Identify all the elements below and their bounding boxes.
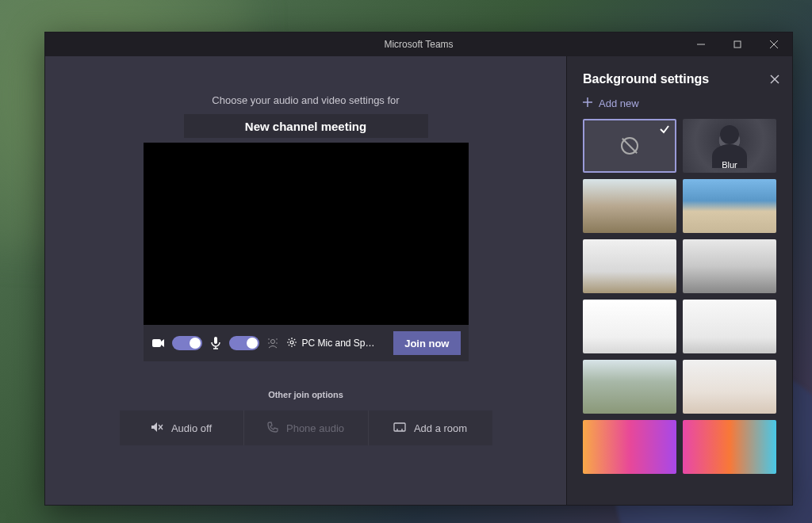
- svg-point-10: [276, 342, 278, 344]
- phone-audio-button: Phone audio: [244, 410, 369, 445]
- svg-rect-5: [214, 337, 217, 344]
- bg-option-image[interactable]: [683, 360, 776, 414]
- svg-rect-1: [734, 41, 741, 48]
- bg-option-image[interactable]: [683, 420, 776, 474]
- main-panel: Choose your audio and video settings for…: [45, 56, 566, 505]
- side-header: Background settings: [583, 72, 781, 86]
- phone-icon: [267, 422, 278, 435]
- svg-rect-14: [394, 423, 405, 431]
- add-room-button[interactable]: Add a room: [369, 410, 492, 445]
- minimize-button[interactable]: [683, 32, 719, 56]
- video-preview: [144, 143, 469, 325]
- join-button[interactable]: Join now: [393, 331, 460, 355]
- window-controls: [683, 32, 792, 56]
- audio-off-button[interactable]: Audio off: [120, 410, 244, 445]
- bg-option-image[interactable]: [683, 179, 776, 233]
- mic-toggle[interactable]: [229, 336, 259, 350]
- option-row: Audio off Phone audio Add a room: [120, 410, 492, 445]
- bg-option-image[interactable]: [583, 420, 676, 474]
- svg-point-8: [276, 338, 278, 340]
- side-panel-title: Background settings: [583, 72, 709, 86]
- meeting-title[interactable]: New channel meeting: [184, 114, 428, 138]
- svg-point-9: [268, 342, 270, 344]
- bg-option-image[interactable]: [583, 360, 676, 414]
- controls-bar: PC Mic and Sp… Join now: [144, 325, 469, 361]
- device-label-text: PC Mic and Sp…: [302, 338, 375, 349]
- none-icon: [621, 137, 638, 155]
- app-window: Microsoft Teams Choose your audio and vi…: [44, 32, 793, 506]
- add-new-label: Add new: [599, 97, 639, 109]
- check-icon: [659, 124, 670, 138]
- gear-icon: [286, 337, 297, 350]
- mic-icon: [209, 336, 223, 350]
- bg-effects-icon[interactable]: [266, 336, 280, 350]
- camera-toggle[interactable]: [172, 336, 202, 350]
- bg-option-image[interactable]: [583, 179, 676, 233]
- audio-off-label: Audio off: [171, 422, 212, 434]
- titlebar: Microsoft Teams: [45, 32, 792, 56]
- blur-label: Blur: [722, 160, 737, 170]
- bg-option-blur[interactable]: Blur: [683, 119, 776, 173]
- svg-rect-4: [152, 339, 161, 347]
- room-icon: [393, 422, 406, 434]
- other-options-label: Other join options: [268, 390, 343, 399]
- bg-option-image[interactable]: [583, 300, 676, 353]
- window-title: Microsoft Teams: [384, 39, 453, 50]
- bg-option-image[interactable]: [683, 300, 776, 353]
- maximize-button[interactable]: [719, 32, 756, 56]
- bg-option-image[interactable]: [683, 239, 776, 293]
- background-settings-panel: Background settings Add new: [566, 56, 792, 505]
- bg-option-image[interactable]: [583, 239, 676, 293]
- add-new-button[interactable]: Add new: [583, 97, 781, 109]
- svg-point-6: [270, 340, 274, 344]
- close-panel-button[interactable]: [768, 73, 781, 86]
- device-selector[interactable]: PC Mic and Sp…: [286, 337, 388, 350]
- plus-icon: [583, 97, 592, 109]
- prompt-text: Choose your audio and video settings for: [212, 94, 399, 106]
- speaker-off-icon: [151, 422, 163, 435]
- close-button[interactable]: [756, 32, 792, 56]
- background-grid: Blur: [583, 119, 781, 474]
- add-room-label: Add a room: [414, 422, 467, 434]
- svg-point-11: [290, 341, 293, 344]
- camera-icon: [151, 336, 166, 350]
- svg-point-7: [268, 338, 270, 340]
- bg-option-none[interactable]: [583, 119, 676, 173]
- phone-audio-label: Phone audio: [286, 422, 344, 434]
- content-area: Choose your audio and video settings for…: [45, 56, 792, 505]
